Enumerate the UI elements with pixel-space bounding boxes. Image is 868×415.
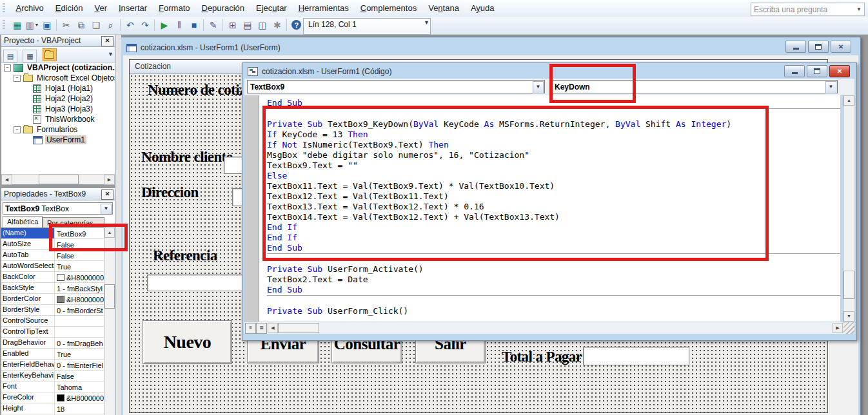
menu-complementos[interactable]: Complementos [355,0,422,17]
property-row-dragbehavior[interactable]: DragBehavior0 - fmDragBeh [1,338,115,349]
collapse-icon[interactable]: − [14,126,21,133]
tree-item-formularios[interactable]: −Formularios [1,124,115,135]
scroll-thumb[interactable] [843,271,854,299]
toolbar-overflow-icon[interactable]: ▼ [424,19,429,26]
help-icon[interactable]: ? [290,18,303,32]
scroll-left-icon[interactable]: ◀ [1,175,12,185]
project-explorer-icon[interactable]: ⊞ [226,18,239,32]
menu-herramientas[interactable]: Herramientas [293,0,355,17]
minimize-icon[interactable] [785,41,806,53]
menu-archivo[interactable]: Archivo [10,0,49,17]
object-selector-combo[interactable]: TextBox9 TextBox ▼ [3,202,113,215]
menu-ventana[interactable]: Ventana [422,0,465,17]
redo-icon[interactable]: ↷ [138,18,152,32]
property-row-controltiptext[interactable]: ControlTipText [1,327,115,338]
toolbar-separator [286,19,287,31]
restore-icon[interactable] [807,65,827,77]
undo-icon[interactable]: ↶ [123,18,137,32]
menu-depuracion[interactable]: Depuración [196,0,251,17]
tree-item-hoja2[interactable]: Hoja2 (Hoja2) [1,93,115,104]
run-icon[interactable]: ▶ [157,18,171,32]
collapse-icon[interactable]: − [4,64,11,72]
object-combo[interactable]: TextBox9 ▼ [247,80,545,93]
menubar-grip-icon[interactable] [3,3,5,14]
tree-item-microsoft[interactable]: −Microsoft Excel Objetos [1,73,115,83]
tree-item-userform1[interactable]: UserForm1 [1,135,115,145]
close-icon[interactable]: ✕ [101,36,113,46]
cut-icon[interactable]: ✂ [59,18,73,32]
tree-item-thisworkbook[interactable]: ThisWorkbook [1,114,115,124]
properties-vscrollbar[interactable]: ▲ [104,227,115,415]
view-object-icon[interactable]: ▦ [23,50,37,63]
chevron-down-icon[interactable]: ▼ [856,6,862,12]
toolbar-grip-icon[interactable] [3,20,5,30]
property-row-backstyle[interactable]: BackStyle1 - fmBackStyl [1,283,115,294]
menu-edicion[interactable]: Edición [50,0,89,17]
form-title: Cotizacion [135,62,171,71]
code-hscrollbar[interactable]: ≡ ≣ ◀ ▶ [244,322,843,334]
property-row-enterfieldbehav[interactable]: EnterFieldBehav0 - fmEnterFiel [1,360,115,371]
menu-ayuda[interactable]: Ayuda [465,0,500,17]
collapse-icon[interactable]: − [14,75,21,82]
property-row-bordercolor[interactable]: BorderColor&H8000000 [1,294,115,305]
copy-icon[interactable]: ⧉ [74,18,88,32]
scroll-thumb[interactable] [104,284,115,309]
code-vscrollbar[interactable]: ▲ ▼ [843,95,854,322]
tab-alfabetica[interactable]: Alfabética [3,216,43,227]
property-row-autotab[interactable]: AutoTabFalse [1,250,115,261]
properties-window-icon[interactable]: ▤ [241,18,254,32]
nuevo-button[interactable]: Nuevo [143,321,232,363]
scroll-up-icon[interactable]: ▲ [843,95,854,106]
chevron-down-icon[interactable]: ▼ [825,81,836,93]
property-row-controlsource[interactable]: ControlSource [1,316,115,327]
resize-grip[interactable] [843,322,854,334]
close-icon[interactable]: ✕ [829,65,850,77]
project-tree-hscrollbar[interactable]: ◀ ▶ [1,174,115,184]
chevron-down-icon[interactable]: ▼ [101,204,112,215]
scroll-right-icon[interactable]: ▶ [104,175,115,185]
tree-item-hoja1[interactable]: Hoja1 (Hoja1) [1,83,115,93]
menu-formato[interactable]: Formato [153,0,195,17]
property-row-enabled[interactable]: EnabledTrue [1,349,115,360]
close-icon[interactable]: ✕ [101,189,113,200]
tree-item-hoja3[interactable]: Hoja3 (Hoja3) [1,104,115,114]
restore-icon[interactable] [808,41,829,53]
tree-item-vbaproject[interactable]: −VBAProject (cotizacion.x [1,63,115,73]
menu-ver[interactable]: Ver [88,0,113,17]
design-mode-icon[interactable]: ✎ [206,18,220,32]
find-icon[interactable]: ⌕ [104,18,117,32]
object-browser-icon[interactable]: ◫ [255,18,269,32]
panel-overflow-icon[interactable]: ▼ [108,51,113,57]
property-row-font[interactable]: FontTahoma [1,381,115,392]
chevron-down-icon[interactable]: ▼ [35,23,39,27]
break-icon[interactable]: ‖ [172,18,186,32]
property-row-autowordselect[interactable]: AutoWordSelectTrue [1,261,115,272]
full-module-view-icon[interactable]: ≣ [256,323,267,334]
close-icon[interactable]: ✕ [831,41,851,53]
property-row-enterkeybehavi[interactable]: EnterKeyBehaviFalse [1,371,115,381]
property-row-backcolor[interactable]: BackColor&H8000000 [1,272,115,283]
menu-ejecutar[interactable]: Ejecutar [250,0,293,17]
scroll-down-icon[interactable]: ▼ [843,311,854,322]
save-icon[interactable]: ▣ [40,18,54,32]
view-excel-icon[interactable]: ▦ [10,18,24,32]
question-input[interactable]: Escriba una pregunta ▼ [751,3,865,16]
procedure-view-icon[interactable]: ≡ [245,323,256,334]
scroll-right-icon[interactable]: ▶ [833,323,843,333]
total-a-pagar-textbox[interactable] [583,347,689,365]
property-row-borderstyle[interactable]: BorderStyle0 - fmBorderSt [1,305,115,316]
paste-icon[interactable]: ❏ [89,18,103,32]
toolbox-icon[interactable]: ✱ [270,18,284,32]
property-row-height[interactable]: Height18 [1,403,115,414]
insert-userform-icon[interactable]: ▥▼ [25,18,39,32]
scroll-thumb[interactable] [278,323,319,333]
property-row-forecolor[interactable]: ForeColor&H8000000 [1,392,115,403]
menu-insertar[interactable]: Insertar [113,0,153,17]
chevron-down-icon[interactable]: ▼ [533,81,544,93]
scroll-left-icon[interactable]: ◀ [268,323,278,333]
view-code-icon[interactable]: ▤ [3,50,17,63]
reset-icon[interactable]: ■ [187,18,201,32]
minimize-icon[interactable] [784,65,805,77]
toggle-folders-icon[interactable] [43,48,57,61]
scroll-thumb[interactable] [39,175,79,184]
